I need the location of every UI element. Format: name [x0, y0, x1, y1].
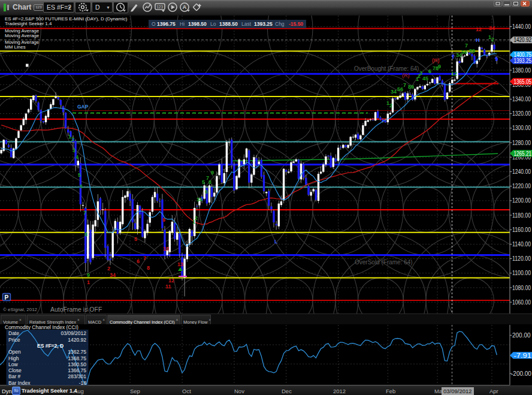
svg-text:1362.75: 1362.75: [68, 349, 86, 355]
svg-text:1280.00: 1280.00: [512, 140, 531, 146]
svg-text:-15.50: -15.50: [289, 21, 303, 27]
svg-text:Bar #: Bar #: [8, 373, 21, 379]
svg-text:123: 123: [156, 5, 163, 9]
svg-text:1265.21: 1265.21: [514, 150, 532, 157]
svg-text:MM Lines: MM Lines: [5, 44, 26, 50]
svg-text:Close: Close: [8, 367, 22, 373]
svg-text:4: 4: [75, 154, 78, 160]
svg-text:A: A: [183, 4, 187, 10]
svg-text:6: 6: [137, 258, 140, 264]
svg-text:Hi: Hi: [180, 21, 185, 27]
svg-text:8: 8: [208, 179, 211, 185]
svg-text:H: H: [476, 37, 480, 43]
svg-text:34: 34: [110, 272, 116, 278]
svg-text:P: P: [5, 294, 9, 301]
svg-text:Commodity Channel Index (CCI): Commodity Channel Index (CCI): [5, 324, 78, 330]
svg-text:9: 9: [162, 217, 165, 223]
svg-text:1220.00: 1220.00: [512, 183, 531, 189]
svg-text:-7.91: -7.91: [514, 352, 532, 359]
svg-text:2: 2: [491, 37, 494, 43]
svg-text:1200.00: 1200.00: [512, 197, 531, 204]
svg-text:Open: Open: [8, 349, 21, 355]
svg-text:1: 1: [87, 279, 90, 285]
svg-text:5: 5: [202, 179, 205, 185]
svg-text:Bar Index: Bar Index: [8, 380, 31, 386]
svg-text:5: 5: [134, 236, 137, 242]
svg-text:34: 34: [197, 197, 202, 203]
svg-text:1240.00: 1240.00: [512, 168, 531, 175]
svg-text:1420.92: 1420.92: [514, 37, 532, 43]
svg-text:7: 7: [83, 210, 86, 216]
svg-text:1320.00: 1320.00: [512, 110, 531, 117]
svg-text:1340.00: 1340.00: [512, 96, 531, 102]
svg-text:1160.00: 1160.00: [512, 227, 531, 233]
svg-text:1393.25: 1393.25: [514, 58, 532, 64]
svg-text:Lo: Lo: [210, 21, 216, 27]
svg-text:1388.50: 1388.50: [219, 21, 238, 27]
svg-text:1380.00: 1380.00: [512, 67, 531, 74]
svg-text:1440.00: 1440.00: [512, 23, 531, 30]
svg-text:1393.25: 1393.25: [254, 21, 273, 27]
svg-text:Price: Price: [8, 337, 20, 343]
svg-text:Low: Low: [8, 361, 18, 367]
svg-text:AutoFrame is OFF: AutoFrame is OFF: [50, 306, 102, 313]
svg-text:12: 12: [168, 278, 174, 284]
svg-text:6: 6: [80, 183, 83, 189]
svg-text:1360.50: 1360.50: [68, 361, 86, 367]
svg-text:7: 7: [465, 43, 468, 49]
svg-text:34: 34: [391, 89, 397, 95]
svg-text:-200.00: -200.00: [511, 370, 531, 377]
svg-text:13: 13: [177, 261, 183, 267]
svg-text:1420.92: 1420.92: [68, 337, 86, 343]
svg-text:Chg: Chg: [275, 21, 285, 27]
svg-text:56: 56: [461, 49, 467, 55]
svg-text:9: 9: [211, 170, 214, 176]
svg-text:1120.00: 1120.00: [512, 255, 531, 262]
svg-text:1368.75: 1368.75: [68, 355, 86, 361]
svg-text:283/301: 283/301: [68, 373, 86, 379]
svg-text:O: O: [152, 21, 156, 27]
svg-text:7: 7: [143, 255, 146, 261]
svg-text:34: 34: [489, 25, 495, 31]
svg-text:6: 6: [205, 189, 208, 195]
svg-text:1398.50: 1398.50: [188, 21, 207, 27]
svg-text:45: 45: [422, 76, 428, 82]
svg-text:1100.00: 1100.00: [512, 270, 531, 276]
svg-text:1396.75: 1396.75: [157, 21, 176, 27]
svg-text:(R): (R): [402, 73, 410, 79]
svg-text:200.00: 200.00: [512, 332, 531, 339]
svg-text:© eSignal, 2012: © eSignal, 2012: [3, 307, 38, 312]
svg-text:1180.00: 1180.00: [512, 212, 531, 219]
svg-text:2: 2: [389, 102, 392, 108]
svg-text:8: 8: [84, 231, 87, 237]
svg-text:56: 56: [397, 86, 403, 92]
svg-text:5: 5: [78, 172, 81, 178]
svg-text:89: 89: [469, 48, 475, 54]
svg-text:1140.00: 1140.00: [512, 241, 531, 248]
svg-text:9: 9: [87, 272, 90, 278]
svg-text:1080.00: 1080.00: [512, 285, 531, 291]
svg-text:11: 11: [165, 284, 171, 290]
svg-text:Moving Average: Moving Average: [5, 28, 40, 34]
svg-text:2: 2: [107, 266, 110, 272]
svg-text:L: L: [274, 239, 278, 245]
svg-text:7: 7: [403, 82, 406, 88]
svg-text:2: 2: [71, 136, 74, 142]
svg-text:03/09/2012: 03/09/2012: [61, 330, 86, 336]
svg-text:-18: -18: [79, 380, 87, 386]
svg-text:1365.05: 1365.05: [514, 79, 532, 85]
svg-text:OverBought (Frame: 64): OverBought (Frame: 64): [354, 65, 419, 72]
svg-text:High: High: [8, 355, 19, 361]
svg-text:12: 12: [451, 71, 457, 77]
svg-text:ES #F=2, D: ES #F=2, D: [37, 343, 64, 349]
svg-text:9: 9: [438, 64, 441, 70]
svg-text:Moving Average: Moving Average: [5, 33, 40, 38]
svg-text:8: 8: [147, 265, 150, 271]
svg-text:10: 10: [163, 246, 169, 252]
svg-text:1300.00: 1300.00: [512, 125, 531, 131]
svg-text:Date: Date: [8, 330, 19, 336]
svg-text:(R): (R): [432, 58, 440, 64]
svg-text:Tradesight Seeker 1.4: Tradesight Seeker 1.4: [5, 21, 52, 26]
svg-text:6: 6: [428, 68, 431, 74]
svg-text:1366.75: 1366.75: [68, 367, 86, 373]
